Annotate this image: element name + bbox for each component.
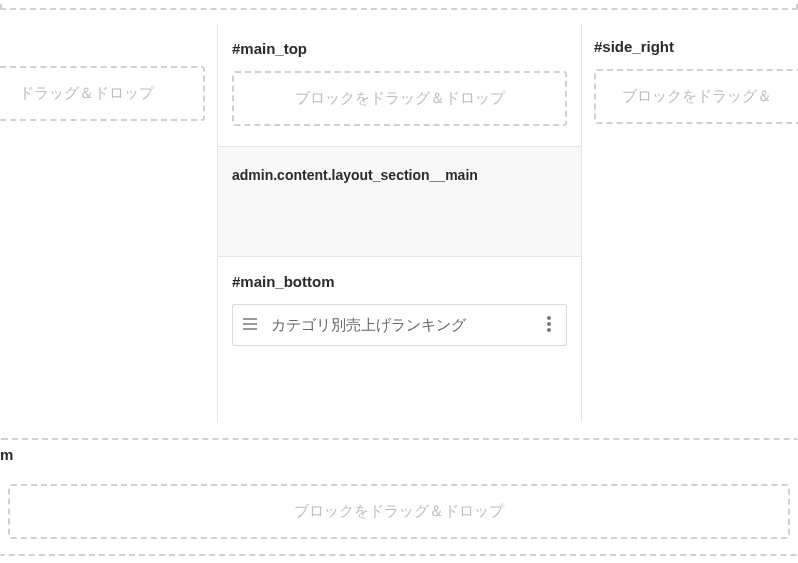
side-left-dropzone[interactable]: ドラッグ＆ドロップ — [0, 66, 205, 121]
svg-point-4 — [547, 322, 551, 326]
main-section: admin.content.layout_section__main — [218, 147, 581, 257]
side-left-column: ドラッグ＆ドロップ — [0, 24, 218, 422]
drag-handle-icon[interactable] — [241, 313, 259, 335]
main-top-dropzone[interactable]: ブロックをドラッグ＆ドロップ — [232, 71, 567, 126]
side-right-heading: #side_right — [594, 38, 798, 55]
svg-rect-0 — [243, 318, 257, 320]
layout-top-dashed — [0, 0, 798, 10]
main-bottom-heading: #main_bottom — [232, 273, 567, 290]
svg-point-5 — [547, 328, 551, 332]
bottom-heading-fragment: m — [0, 446, 13, 463]
block-item-label: カテゴリ別売上げランキング — [259, 313, 540, 337]
main-top-heading: #main_top — [232, 40, 567, 57]
main-bottom-section: #main_bottom カテゴリ別売上げランキング — [218, 257, 581, 366]
side-right-dropzone[interactable]: ブロックをドラッグ＆ — [594, 69, 798, 124]
main-top-section: #main_top ブロックをドラッグ＆ドロップ — [218, 24, 581, 147]
block-item[interactable]: カテゴリ別売上げランキング — [232, 304, 567, 346]
kebab-menu-icon[interactable] — [540, 313, 558, 335]
svg-rect-1 — [243, 323, 257, 325]
main-column: #main_top ブロックをドラッグ＆ドロップ admin.content.l… — [218, 24, 582, 422]
bottom-dropzone[interactable]: ブロックをドラッグ＆ドロップ — [8, 484, 790, 539]
main-section-heading: admin.content.layout_section__main — [232, 167, 567, 183]
svg-rect-2 — [243, 328, 257, 330]
svg-point-3 — [547, 316, 551, 320]
side-right-column: #side_right ブロックをドラッグ＆ — [582, 24, 798, 422]
